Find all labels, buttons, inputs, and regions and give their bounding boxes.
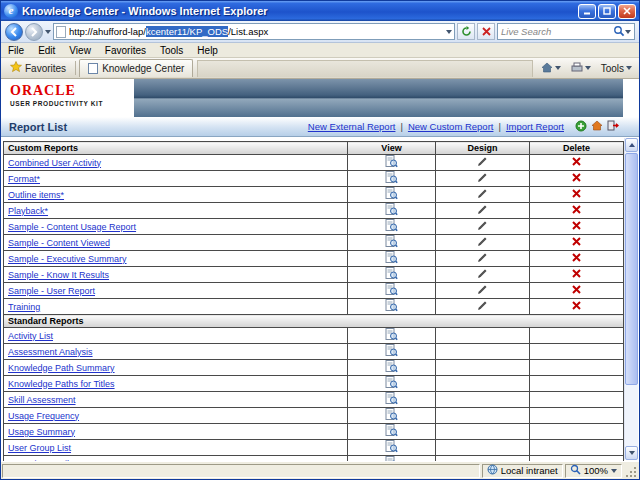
search-icon[interactable] [613,23,625,41]
delete-icon[interactable] [572,158,581,168]
design-icon[interactable] [477,175,488,185]
tools-button[interactable]: Tools [597,62,636,75]
view-icon[interactable] [385,365,398,375]
delete-icon[interactable] [572,174,581,184]
view-icon[interactable] [385,397,398,407]
report-link[interactable]: Sample - Know It Results [8,270,109,280]
report-link[interactable]: Training [8,302,40,312]
home-button[interactable] [537,58,565,78]
design-icon[interactable] [477,271,488,281]
report-link[interactable]: Assessment Analysis [8,347,93,357]
search-box[interactable]: Live Search [497,23,635,40]
design-icon[interactable] [477,239,488,249]
view-icon[interactable] [385,445,398,455]
report-link[interactable]: Knowledge Path Summary [8,363,115,373]
table-row: Sample - Executive Summary [4,251,624,267]
delete-icon[interactable] [572,286,581,296]
tools-dropdown-icon[interactable] [626,66,632,70]
print-dropdown-icon[interactable] [585,66,591,70]
report-link[interactable]: Knowledge Paths for Titles [8,379,115,389]
tab-knowledge-center[interactable]: Knowledge Center [79,59,193,77]
delete-icon[interactable] [572,238,581,248]
report-link[interactable]: Outline items* [8,190,64,200]
zoom-panel[interactable]: 100% [565,464,622,478]
view-icon[interactable] [385,192,398,202]
oracle-wordmark: ORACLE [10,83,134,99]
new-custom-report-link[interactable]: New Custom Report [408,121,494,132]
report-link[interactable]: User List Detail [8,459,69,462]
view-icon[interactable] [385,288,398,298]
report-link[interactable]: Usage Summary [8,427,75,437]
report-link[interactable]: Activity List [8,331,53,341]
back-button[interactable] [5,23,23,41]
address-dropdown-icon[interactable] [446,30,452,34]
report-link[interactable]: Sample - User Report [8,286,95,296]
import-report-link[interactable]: Import Report [506,121,564,132]
report-link[interactable]: Playback* [8,206,48,216]
search-dropdown-icon[interactable] [625,30,631,34]
menu-edit[interactable]: Edit [31,45,62,56]
add-icon[interactable] [575,120,587,134]
print-button[interactable] [567,58,595,78]
home-dropdown-icon[interactable] [555,66,561,70]
design-icon[interactable] [477,303,488,313]
favorites-button[interactable]: Favorites [4,59,72,77]
view-icon[interactable] [385,160,398,170]
scroll-down-icon[interactable] [625,446,638,460]
menu-tools[interactable]: Tools [153,45,190,56]
delete-icon[interactable] [572,270,581,280]
view-icon[interactable] [385,349,398,359]
scrollbar-thumb[interactable] [625,153,638,385]
report-link[interactable]: Skill Assessment [8,395,76,405]
address-field[interactable]: http://ahufford-lap/kcenter11/KP_ODS/Lis… [53,23,455,40]
delete-icon[interactable] [572,190,581,200]
report-link[interactable]: Sample - Content Usage Report [8,222,136,232]
view-icon[interactable] [385,224,398,234]
menu-help[interactable]: Help [190,45,225,56]
vertical-scrollbar[interactable] [624,138,638,460]
view-icon[interactable] [385,429,398,439]
minimize-button[interactable] [578,4,596,19]
report-link[interactable]: Sample - Content Viewed [8,238,110,248]
scroll-up-icon[interactable] [625,138,638,152]
home-icon[interactable] [591,120,603,133]
resize-grip[interactable] [624,465,638,479]
view-icon[interactable] [385,304,398,314]
view-icon[interactable] [385,256,398,266]
new-external-report-link[interactable]: New External Report [308,121,396,132]
close-button[interactable] [618,4,636,19]
design-icon[interactable] [477,207,488,217]
report-link[interactable]: Format* [8,174,40,184]
view-icon[interactable] [385,240,398,250]
tab-title: Knowledge Center [102,63,184,74]
view-icon[interactable] [385,208,398,218]
delete-icon[interactable] [572,302,581,312]
delete-icon[interactable] [572,222,581,232]
delete-icon[interactable] [572,206,581,216]
report-link[interactable]: Usage Frequency [8,411,79,421]
history-dropdown-icon[interactable] [45,30,51,34]
forward-button[interactable] [25,23,43,41]
design-icon[interactable] [477,191,488,201]
design-icon[interactable] [477,287,488,297]
exit-icon[interactable] [607,120,619,133]
report-link[interactable]: User Group List [8,443,71,453]
design-icon[interactable] [477,255,488,265]
menu-view[interactable]: View [62,45,98,56]
refresh-button[interactable] [457,23,475,40]
view-icon[interactable] [385,272,398,282]
view-icon[interactable] [385,333,398,343]
report-link[interactable]: Combined User Activity [8,158,101,168]
menu-file[interactable]: File [1,45,31,56]
view-icon[interactable] [385,176,398,186]
design-icon[interactable] [477,159,488,169]
view-icon[interactable] [385,413,398,423]
zoom-dropdown-icon[interactable] [611,469,617,473]
view-icon[interactable] [385,381,398,391]
menu-favorites[interactable]: Favorites [98,45,153,56]
design-icon[interactable] [477,223,488,233]
report-link[interactable]: Sample - Executive Summary [8,254,127,264]
delete-icon[interactable] [572,254,581,264]
maximize-button[interactable] [598,4,616,19]
stop-button[interactable] [477,23,495,40]
